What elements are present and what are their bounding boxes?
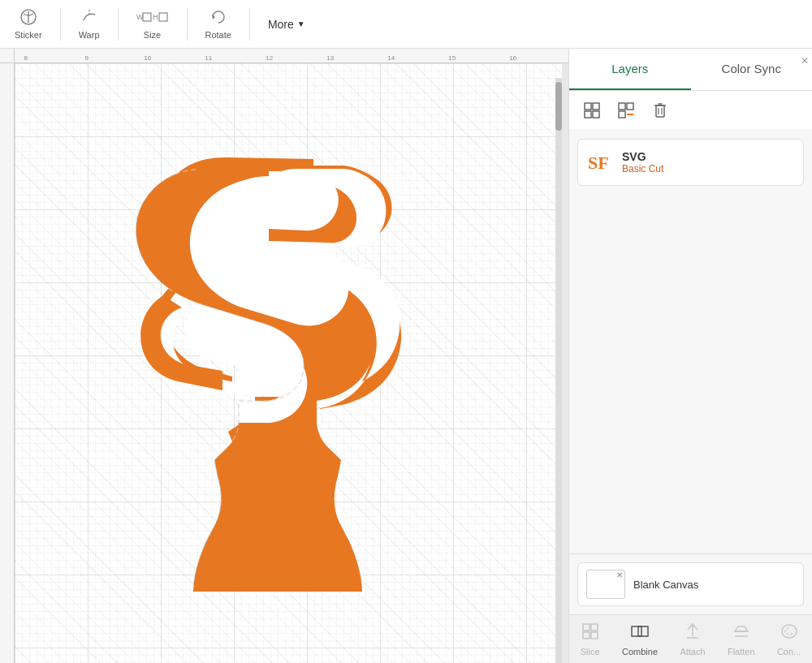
attach-action[interactable]: Attach — [670, 618, 715, 660]
svg-rect-11 — [585, 111, 591, 118]
sep2 — [118, 8, 119, 41]
group-icon — [583, 101, 601, 119]
ruler-tick-11: 11 — [205, 54, 212, 62]
combine-label: Combine — [622, 647, 658, 657]
ruler-horizontal: 8 9 10 11 12 13 14 15 16 — [15, 49, 568, 63]
bottom-action-bar: Slice Combine — [569, 614, 812, 663]
delete-button[interactable] — [647, 97, 673, 123]
blank-canvas-section: ✕ Blank Canvas — [569, 553, 812, 614]
flatten-icon — [732, 622, 751, 645]
svg-rect-9 — [585, 103, 591, 110]
warp-tool[interactable]: Warp — [72, 5, 106, 43]
blank-canvas-label: Blank Canvas — [633, 579, 698, 591]
warp-label: Warp — [79, 30, 100, 40]
ruler-tick-10: 10 — [144, 54, 151, 62]
scrollbar-thumb[interactable] — [555, 82, 562, 131]
svg-rect-12 — [593, 111, 599, 118]
slice-action[interactable]: Slice — [571, 618, 610, 660]
sep1 — [60, 8, 61, 41]
main-area: 8 9 10 11 12 13 14 15 16 — [0, 49, 812, 663]
sticker-icon — [19, 8, 37, 30]
rotate-label: Rotate — [205, 30, 231, 40]
ruler-tick-16: 16 — [509, 54, 516, 62]
ruler-tick-13: 13 — [326, 54, 334, 62]
svg-rect-6 — [159, 13, 167, 21]
layer-info: SVG Basic Cut — [622, 150, 797, 174]
more-arrow-icon: ▼ — [297, 19, 305, 28]
contour-icon — [780, 622, 799, 645]
rotate-icon — [209, 8, 227, 30]
warp-icon — [80, 8, 98, 30]
canvas-close-icon: ✕ — [616, 570, 623, 579]
blank-canvas-card[interactable]: ✕ Blank Canvas — [577, 562, 804, 606]
blank-canvas-preview: ✕ — [586, 570, 625, 599]
size-label: Size — [144, 30, 161, 40]
tab-color-sync-label: Color Sync — [722, 62, 781, 75]
layer-sub: Basic Cut — [622, 163, 797, 174]
layer-content: SF SVG Basic Cut — [569, 131, 812, 553]
svg-rect-25 — [632, 626, 641, 636]
panel-toolbar — [569, 91, 812, 131]
svg-text:H: H — [153, 13, 158, 21]
ruler-vertical — [0, 49, 15, 663]
svg-rect-21 — [583, 624, 590, 631]
svg-text:SF: SF — [588, 153, 609, 173]
attach-label: Attach — [680, 647, 705, 657]
combine-action[interactable]: Combine — [612, 618, 667, 660]
svg-rect-4 — [143, 13, 151, 21]
grid-canvas[interactable] — [15, 63, 562, 663]
svg-rect-14 — [627, 103, 633, 110]
tab-layers-label: Layers — [611, 62, 648, 75]
top-toolbar: Sticker Warp W H Size Rotate More ▼ — [0, 0, 812, 49]
group-button[interactable] — [579, 97, 605, 123]
tab-layers[interactable]: Layers — [569, 49, 691, 90]
ungroup-icon — [617, 101, 635, 119]
layer-name: SVG — [622, 150, 797, 163]
svg-rect-24 — [591, 632, 598, 639]
flatten-action[interactable]: Flatten — [718, 618, 765, 660]
slice-icon — [581, 622, 600, 645]
sticker-label: Sticker — [15, 30, 42, 40]
delete-icon — [651, 101, 669, 119]
more-tool[interactable]: More ▼ — [261, 15, 312, 34]
svg-rect-22 — [591, 624, 598, 631]
sf-giants-logo[interactable] — [119, 149, 427, 596]
combine-icon — [630, 622, 650, 645]
sep4 — [249, 8, 250, 41]
panel-tabs: Layers Color Sync ✕ — [569, 49, 812, 91]
contour-action[interactable]: Con... — [767, 618, 810, 660]
ruler-tick-14: 14 — [387, 54, 395, 62]
rotate-tool[interactable]: Rotate — [199, 5, 238, 43]
tab-close-icon[interactable]: ✕ — [801, 55, 809, 67]
svg-rect-15 — [619, 111, 625, 118]
flatten-label: Flatten — [728, 647, 755, 657]
contour-label: Con... — [777, 647, 801, 657]
layer-thumbnail: SF — [585, 148, 614, 177]
vertical-scrollbar[interactable] — [555, 78, 562, 663]
ungroup-button[interactable] — [613, 97, 639, 123]
layer-item-svg[interactable]: SF SVG Basic Cut — [577, 139, 804, 186]
ruler-tick-15: 15 — [448, 54, 456, 62]
ruler-tick-9: 9 — [84, 54, 88, 62]
attach-icon — [683, 622, 702, 645]
svg-rect-26 — [638, 626, 648, 636]
right-panel: Layers Color Sync ✕ — [568, 49, 812, 663]
size-tool[interactable]: W H Size — [130, 5, 175, 43]
ruler-corner — [0, 49, 15, 63]
svg-rect-10 — [593, 103, 599, 110]
ruler-tick-8: 8 — [24, 54, 27, 62]
svg-rect-13 — [619, 103, 625, 110]
size-icon: W H — [136, 8, 169, 30]
sticker-tool[interactable]: Sticker — [8, 5, 49, 43]
sep3 — [187, 8, 188, 41]
svg-rect-23 — [583, 632, 590, 639]
ruler-tick-12: 12 — [266, 54, 273, 62]
more-label: More — [268, 18, 294, 31]
canvas-area[interactable]: 8 9 10 11 12 13 14 15 16 — [0, 49, 568, 663]
tab-color-sync[interactable]: Color Sync ✕ — [691, 49, 813, 90]
slice-label: Slice — [581, 647, 600, 657]
